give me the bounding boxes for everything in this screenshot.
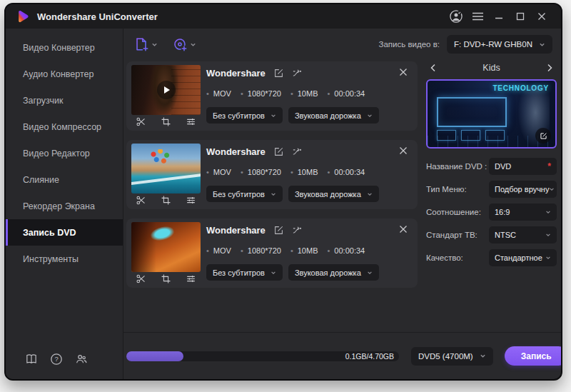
field-quality: Качество: Стандартное <box>426 249 557 266</box>
split-icon[interactable] <box>292 68 303 79</box>
remove-video-icon[interactable] <box>399 225 409 235</box>
video-info: •MOV •1080*720 •10MB •00:00:34 <box>206 168 365 176</box>
subtitle-value: Без субтитров <box>213 190 265 198</box>
chevron-down-icon <box>545 232 551 238</box>
video-format: MOV <box>213 246 231 255</box>
dvd-menu-preview[interactable]: TECHNOLOGY <box>426 79 557 149</box>
effects-icon[interactable] <box>186 273 196 284</box>
titlebar-controls <box>447 8 551 25</box>
sidebar-item-toolbox[interactable]: Инструменты <box>6 246 123 272</box>
burn-button[interactable]: Запись <box>505 346 562 366</box>
video-thumbnail[interactable] <box>131 144 201 194</box>
disc-type-value: DVD5 (4700M) <box>418 352 473 361</box>
template-name: Kids <box>482 63 500 73</box>
quality-select[interactable]: Стандартное <box>489 249 557 266</box>
audio-track-value: Звуковая дорожка <box>295 190 361 198</box>
video-size: 10MB <box>298 246 318 255</box>
sidebar-item-video-editor[interactable]: Видео Редактор <box>6 140 123 166</box>
sidebar-item-video-compressor[interactable]: Видео Компрессор <box>6 114 123 140</box>
edit-template-icon[interactable] <box>535 128 551 144</box>
bullet: • <box>206 89 209 98</box>
chevron-down-icon <box>271 191 276 197</box>
rename-icon[interactable] <box>273 146 284 157</box>
subtitle-value: Без субтитров <box>213 268 265 277</box>
video-card: Wondershare •MOV •1080*720 •10MB •00:00:… <box>126 218 418 288</box>
video-duration: 00:00:34 <box>334 89 365 98</box>
effects-icon[interactable] <box>186 195 196 206</box>
video-format: MOV <box>213 89 231 98</box>
add-files-button[interactable] <box>133 36 158 52</box>
video-card: Wondershare •MOV •1080*720 •10MB •00:00:… <box>126 140 418 209</box>
burn-device-select[interactable]: F: DVD+-RW GHB0N <box>447 35 552 54</box>
crop-icon[interactable] <box>161 273 171 284</box>
sidebar-item-merger[interactable]: Слияние <box>6 166 123 193</box>
user-guide-icon[interactable] <box>25 353 38 366</box>
trim-icon[interactable] <box>136 116 146 127</box>
video-thumbnail[interactable] <box>131 65 201 115</box>
audio-track-select[interactable]: Звуковая дорожка <box>288 264 379 281</box>
template-prev-icon[interactable] <box>428 63 438 73</box>
load-disc-button[interactable] <box>172 36 196 52</box>
chevron-down-icon <box>271 113 276 119</box>
audio-track-select[interactable]: Звуковая дорожка <box>288 107 379 124</box>
sidebar-item-video-converter[interactable]: Видео Конвертер <box>6 34 123 61</box>
subtitle-select[interactable]: Без субтитров <box>206 107 283 124</box>
audio-track-select[interactable]: Звуковая дорожка <box>288 186 379 202</box>
trim-icon[interactable] <box>136 273 146 284</box>
required-asterisk: * <box>547 161 551 171</box>
trim-icon[interactable] <box>136 195 146 206</box>
subtitle-select[interactable]: Без субтитров <box>206 186 283 202</box>
add-disc-icon <box>172 36 188 52</box>
field-dvd-name: Название DVD : DVD * <box>426 158 557 175</box>
rename-icon[interactable] <box>273 68 284 79</box>
field-label: Соотношение: <box>426 208 481 216</box>
bullet: • <box>241 246 243 255</box>
video-info: •MOV •1080*720 •10MB •00:00:34 <box>206 246 365 255</box>
rename-icon[interactable] <box>273 225 284 236</box>
effects-icon[interactable] <box>186 116 196 127</box>
bullet: • <box>290 89 293 98</box>
video-size: 10MB <box>298 168 318 176</box>
chevron-down-icon <box>539 41 545 48</box>
help-icon[interactable]: ? <box>50 353 63 366</box>
thumb-toolbar <box>131 114 201 129</box>
audio-track-value: Звуковая дорожка <box>295 111 361 120</box>
sidebar-item-label: Слияние <box>23 175 59 185</box>
menu-type-value: Подбор вручну <box>495 185 549 194</box>
add-file-icon <box>133 36 149 52</box>
crop-icon[interactable] <box>161 195 171 206</box>
minimize-icon[interactable] <box>490 8 508 25</box>
sidebar-item-screen-recorder[interactable]: Рекордер Экрана <box>6 193 123 219</box>
remove-video-icon[interactable] <box>399 68 409 78</box>
close-icon[interactable] <box>532 8 551 25</box>
account-icon[interactable] <box>447 8 465 25</box>
sidebar-item-label: Аудио Конвертер <box>23 69 94 79</box>
video-thumbnail[interactable] <box>131 222 201 272</box>
menu-icon[interactable] <box>468 8 487 25</box>
sidebar-item-audio-converter[interactable]: Аудио Конвертер <box>6 61 123 87</box>
split-icon[interactable] <box>292 146 303 157</box>
crop-icon[interactable] <box>161 116 171 127</box>
bullet: • <box>290 246 293 255</box>
disc-type-select[interactable]: DVD5 (4700M) <box>411 347 493 366</box>
field-label: Стандарт ТВ: <box>426 231 477 239</box>
video-duration: 00:00:34 <box>334 168 365 176</box>
remove-video-icon[interactable] <box>399 146 409 156</box>
maximize-icon[interactable] <box>511 8 530 25</box>
split-icon[interactable] <box>292 225 303 236</box>
sidebar-item-label: Видео Конвертер <box>23 43 95 53</box>
template-next-icon[interactable] <box>545 63 555 73</box>
menu-type-select[interactable]: Подбор вручну <box>489 181 557 198</box>
play-icon[interactable] <box>157 81 176 99</box>
dvd-name-input[interactable]: DVD * <box>489 158 557 175</box>
aspect-ratio-select[interactable]: 16:9 <box>489 203 557 221</box>
sidebar-item-label: Видео Компрессор <box>23 122 101 132</box>
tv-standard-select[interactable]: NTSC <box>489 226 557 243</box>
subtitle-select[interactable]: Без субтитров <box>206 264 283 281</box>
video-title: Wondershare <box>206 225 266 236</box>
chevron-down-icon <box>271 270 276 276</box>
sidebar-item-downloader[interactable]: Загрузчик <box>6 87 123 114</box>
sidebar-item-dvd-burner[interactable]: Запись DVD <box>6 219 123 246</box>
dvd-settings-panel: Kids TECHNOLOGY <box>426 61 557 332</box>
community-icon[interactable] <box>75 353 88 366</box>
